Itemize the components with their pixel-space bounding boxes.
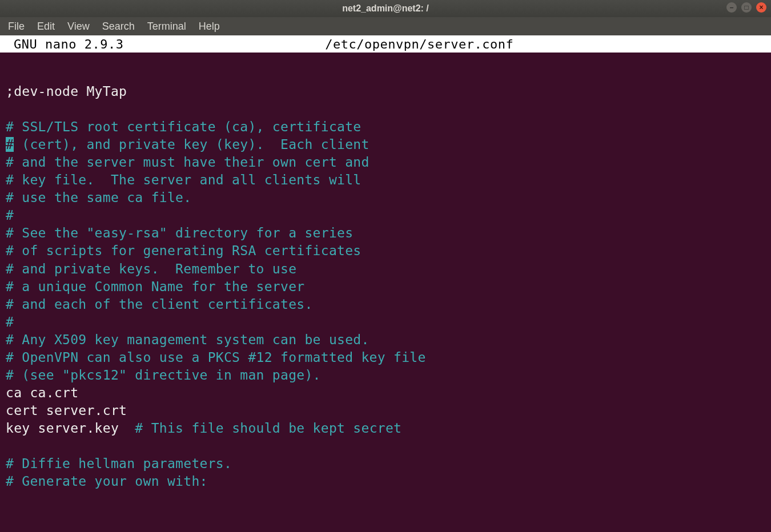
editor-line: # Generate your own with: [6, 473, 765, 490]
editor-line: # SSL/TLS root certificate (ca), certifi… [6, 118, 765, 136]
editor-line: cert server.crt [6, 402, 765, 420]
editor-line [6, 65, 765, 83]
window-controls: – □ × [726, 2, 766, 13]
editor-line: # and the server must have their own cer… [6, 154, 765, 171]
editor-line: ca ca.crt [6, 384, 765, 402]
menu-search[interactable]: Search [102, 21, 135, 33]
editor-line [6, 437, 765, 455]
editor-line: # Any X509 key management system can be … [6, 331, 765, 349]
nano-filepath: /etc/openvpn/server.conf [123, 37, 761, 51]
menu-file[interactable]: File [8, 21, 25, 33]
editor-line: # a unique Common Name for the server [6, 278, 765, 296]
window-title: net2_admin@net2: / [342, 3, 429, 14]
cursor: # [6, 137, 14, 152]
nano-version: GNU nano 2.9.3 [10, 37, 123, 51]
menu-terminal[interactable]: Terminal [147, 21, 186, 33]
editor-line: key server.key # This file should be kep… [6, 420, 765, 437]
menu-view[interactable]: View [67, 21, 90, 33]
editor-line: # of scripts for generating RSA certific… [6, 242, 765, 260]
editor-line: # [6, 313, 765, 331]
editor-line: # and each of the client certificates. [6, 296, 765, 313]
menu-edit[interactable]: Edit [37, 21, 55, 33]
minimize-button[interactable]: – [726, 2, 737, 13]
editor-line: # OpenVPN can also use a PKCS #12 format… [6, 349, 765, 366]
editor-line: # (cert), and private key (key). Each cl… [6, 136, 765, 154]
editor-line: # and private keys. Remember to use [6, 260, 765, 278]
editor-line: # [6, 207, 765, 224]
maximize-button[interactable]: □ [741, 2, 752, 13]
editor-line: # (see "pkcs12" directive in man page). [6, 366, 765, 384]
editor-line: ;dev-node MyTap [6, 83, 765, 100]
editor-line: # key file. The server and all clients w… [6, 171, 765, 189]
close-button[interactable]: × [756, 2, 766, 13]
editor-line [6, 100, 765, 118]
editor-line: # Diffie hellman parameters. [6, 455, 765, 473]
menu-help[interactable]: Help [199, 21, 220, 33]
editor-content[interactable]: ;dev-node MyTap # SSL/TLS root certifica… [0, 53, 771, 490]
window-titlebar: net2_admin@net2: / – □ × [0, 0, 771, 17]
editor-line: # See the "easy-rsa" directory for a ser… [6, 224, 765, 242]
editor-line: # use the same ca file. [6, 189, 765, 207]
nano-status-bar: GNU nano 2.9.3 /etc/openvpn/server.conf [0, 35, 771, 53]
menu-bar: File Edit View Search Terminal Help [0, 17, 771, 35]
